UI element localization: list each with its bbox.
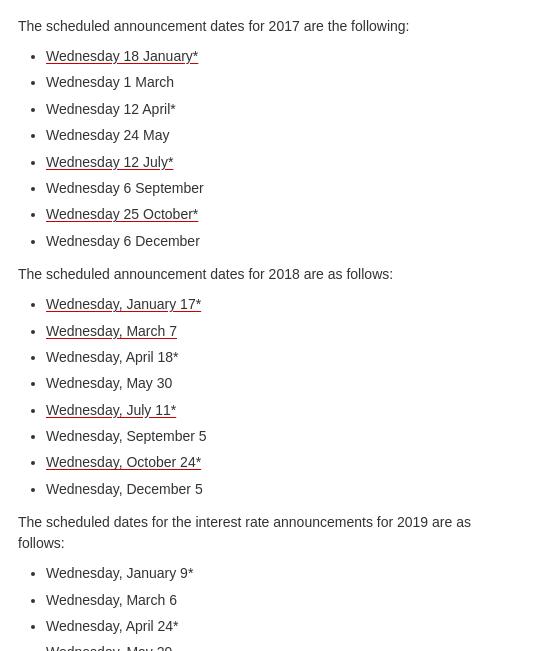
underlined-date: Wednesday, March 7 [46,323,177,339]
list-item: Wednesday, March 7 [46,320,520,342]
list-item: Wednesday, April 18* [46,346,520,368]
list-item: Wednesday, January 9* [46,562,520,584]
section-intro: The scheduled announcement dates for 201… [18,16,520,37]
list-item: Wednesday 18 January* [46,45,520,67]
underlined-date: Wednesday, October 24* [46,454,201,470]
list-item: Wednesday 25 October* [46,203,520,225]
underlined-date: Wednesday 25 October* [46,206,198,222]
underlined-date: Wednesday 18 January* [46,48,198,64]
list-item: Wednesday, May 29 [46,641,520,651]
list-item: Wednesday 6 December [46,230,520,252]
underlined-date: Wednesday, January 17* [46,296,201,312]
list-item: Wednesday, April 24* [46,615,520,637]
list-item: Wednesday 1 March [46,71,520,93]
underlined-date: Wednesday 12 July* [46,154,173,170]
list-item: Wednesday, July 11* [46,399,520,421]
list-item: Wednesday, March 6 [46,589,520,611]
list-item: Wednesday, May 30 [46,372,520,394]
section-intro: The scheduled dates for the interest rat… [18,512,520,554]
section-intro: The scheduled announcement dates for 201… [18,264,520,285]
content-container: The scheduled announcement dates for 201… [18,16,520,651]
underlined-date: Wednesday, July 11* [46,402,176,418]
date-list: Wednesday 18 January*Wednesday 1 MarchWe… [46,45,520,252]
list-item: Wednesday 12 July* [46,151,520,173]
list-item: Wednesday, December 5 [46,478,520,500]
list-item: Wednesday 12 April* [46,98,520,120]
date-list: Wednesday, January 17*Wednesday, March 7… [46,293,520,500]
list-item: Wednesday 6 September [46,177,520,199]
list-item: Wednesday, October 24* [46,451,520,473]
list-item: Wednesday 24 May [46,124,520,146]
list-item: Wednesday, January 17* [46,293,520,315]
date-list: Wednesday, January 9*Wednesday, March 6W… [46,562,520,651]
list-item: Wednesday, September 5 [46,425,520,447]
